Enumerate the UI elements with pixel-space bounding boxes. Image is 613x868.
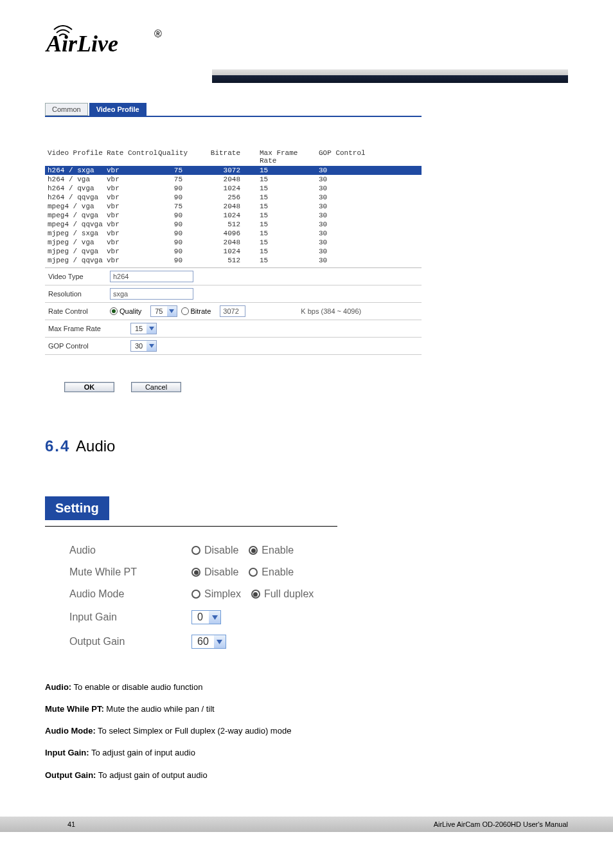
resolution-label: Resolution [48, 290, 106, 298]
setting-head: Setting [45, 496, 109, 520]
table-row[interactable]: h264 / sxgavbr7530721530 [45, 166, 422, 175]
audio-label: Audio [69, 545, 191, 556]
output-gain-label: Output Gain [69, 636, 191, 647]
svg-marker-5 [212, 615, 218, 620]
ok-button[interactable]: OK [64, 382, 114, 392]
tab-video-profile[interactable]: Video Profile [89, 103, 147, 116]
col-video-profile: Video Profile [48, 149, 107, 165]
quality-value: 75 [151, 307, 166, 315]
col-max-frame: Max Frame Rate [256, 149, 319, 165]
rate-control-label: Rate Control [48, 307, 106, 315]
simplex-radio[interactable]: Simplex [191, 588, 241, 600]
logo: AirLive ® [45, 18, 568, 58]
col-bitrate: Bitrate [200, 149, 256, 165]
kbps-hint: K bps (384 ~ 4096) [301, 307, 361, 315]
audio-mode-label: Audio Mode [69, 588, 191, 600]
svg-marker-2 [169, 309, 174, 313]
tab-underline [45, 116, 422, 117]
header-decor [212, 69, 568, 84]
svg-marker-4 [149, 344, 154, 348]
svg-text:®: ® [154, 28, 162, 39]
audio-disable-radio[interactable]: Disable [191, 545, 238, 556]
resolution-input[interactable] [110, 288, 193, 300]
gop-control-label: GOP Control [48, 342, 106, 350]
full-duplex-radio[interactable]: Full duplex [251, 588, 314, 600]
page-number: 41 [67, 820, 75, 828]
mute-enable-radio[interactable]: Enable [249, 566, 294, 578]
table-row[interactable]: mjpeg / qvgavbr9010241530 [45, 247, 422, 256]
video-type-input[interactable] [110, 271, 193, 282]
max-frame-rate-select[interactable]: 15 [130, 323, 157, 334]
input-gain-label: Input Gain [69, 611, 191, 623]
col-gop: GOP Control [319, 149, 370, 165]
table-row[interactable]: mpeg4 / vgavbr7520481530 [45, 202, 422, 211]
footer: 41 AirLive AirCam OD-2060HD User's Manua… [0, 817, 613, 832]
rate-bitrate-radio[interactable]: Bitrate [181, 307, 211, 315]
svg-marker-3 [149, 327, 154, 330]
bitrate-input[interactable] [220, 305, 245, 317]
table-row[interactable]: mjpeg / qqvgavbr905121530 [45, 256, 422, 265]
svg-marker-6 [217, 640, 222, 644]
input-gain-value: 0 [192, 611, 209, 623]
mfr-value: 15 [131, 325, 147, 332]
gop-value: 30 [131, 342, 147, 350]
gop-control-select[interactable]: 30 [130, 340, 157, 352]
table-row[interactable]: mpeg4 / qvgavbr9010241530 [45, 211, 422, 220]
cancel-button[interactable]: Cancel [131, 382, 181, 392]
input-gain-select[interactable]: 0 [191, 610, 221, 624]
table-row[interactable]: h264 / qqvgavbr902561530 [45, 193, 422, 202]
bitrate-radio-label: Bitrate [191, 307, 211, 315]
rate-quality-radio[interactable]: Quality [110, 307, 141, 315]
setting-divider [45, 525, 337, 527]
table-row[interactable]: mpeg4 / qqvgavbr905121530 [45, 220, 422, 229]
output-gain-select[interactable]: 60 [191, 635, 226, 649]
video-type-label: Video Type [48, 273, 106, 280]
table-row[interactable]: mjpeg / sxgavbr9040961530 [45, 229, 422, 238]
table-row[interactable]: mjpeg / vgavbr9020481530 [45, 238, 422, 247]
quality-radio-label: Quality [120, 307, 141, 315]
footer-title: AirLive AirCam OD-2060HD User's Manual [434, 820, 568, 828]
table-header: Video Profile Rate Control Quality Bitra… [45, 148, 422, 166]
output-gain-value: 60 [192, 636, 214, 647]
table-row[interactable]: h264 / vgavbr7520481530 [45, 175, 422, 184]
description-text: Audio: To enable or disable audio functi… [45, 681, 431, 782]
quality-select[interactable]: 75 [150, 305, 177, 317]
audio-enable-radio[interactable]: Enable [249, 545, 294, 556]
mute-pt-label: Mute While PT [69, 566, 191, 578]
mute-disable-radio[interactable]: Disable [191, 566, 238, 578]
tab-common[interactable]: Common [45, 103, 88, 116]
section-number: 6.4 [45, 437, 76, 455]
section-title: Audio [76, 437, 115, 455]
col-rate-control: Rate Control [107, 149, 158, 165]
col-quality: Quality [158, 149, 200, 165]
svg-text:AirLive: AirLive [45, 31, 118, 57]
tabstrip: Common Video Profile [45, 103, 422, 116]
table-row[interactable]: h264 / qvgavbr9010241530 [45, 184, 422, 193]
max-frame-rate-label: Max Frame Rate [48, 325, 106, 332]
